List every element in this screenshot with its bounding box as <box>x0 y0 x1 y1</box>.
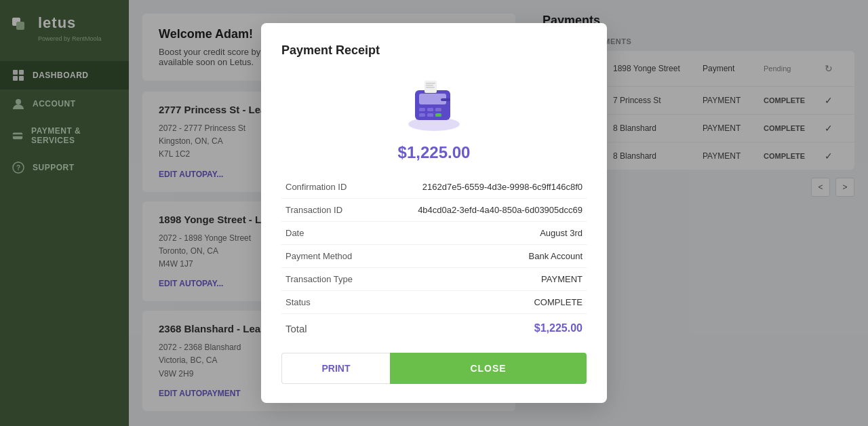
receipt-row-4: Transaction Type PAYMENT <box>281 268 587 291</box>
modal-actions: PRINT CLOSE <box>281 353 587 384</box>
receipt-icon-wrap <box>281 71 587 132</box>
svg-rect-16 <box>426 83 435 84</box>
svg-rect-21 <box>435 108 441 111</box>
modal-title: Payment Receipt <box>281 43 587 58</box>
receipt-row-2: Date August 3rd <box>281 222 587 245</box>
receipt-total-row: Total $1,225.00 <box>281 314 587 341</box>
svg-rect-22 <box>419 113 425 117</box>
receipt-row-1: Transaction ID 4b4cd0a2-3efd-4a40-850a-6… <box>281 199 587 222</box>
receipt-row-5: Status COMPLETE <box>281 291 587 314</box>
svg-rect-17 <box>426 85 433 86</box>
total-value: $1,225.00 <box>374 314 587 341</box>
receipt-row-3: Payment Method Bank Account <box>281 245 587 268</box>
receipt-row-0: Confirmation ID 2162d7e5-6559-4d3e-9998-… <box>281 176 587 199</box>
field-label-5: Status <box>281 291 374 314</box>
svg-rect-20 <box>427 108 433 111</box>
svg-rect-24 <box>435 113 441 117</box>
field-label-1: Transaction ID <box>281 199 374 222</box>
close-button[interactable]: CLOSE <box>390 353 587 384</box>
field-value-2: August 3rd <box>374 222 587 245</box>
receipt-amount: $1,225.00 <box>281 143 587 162</box>
total-label: Total <box>281 314 374 341</box>
svg-rect-18 <box>426 87 435 88</box>
field-label-0: Confirmation ID <box>281 176 374 199</box>
field-value-1: 4b4cd0a2-3efd-4a40-850a-6d03905dcc69 <box>374 199 587 222</box>
field-value-0: 2162d7e5-6559-4d3e-9998-6c9ff146c8f0 <box>374 176 587 199</box>
pos-terminal-icon <box>400 71 468 132</box>
field-value-5: COMPLETE <box>374 291 587 314</box>
modal-overlay: Payment Receipt <box>0 0 868 426</box>
field-label-3: Payment Method <box>281 245 374 268</box>
receipt-table: Confirmation ID 2162d7e5-6559-4d3e-9998-… <box>281 176 587 341</box>
field-value-3: Bank Account <box>374 245 587 268</box>
print-button[interactable]: PRINT <box>281 353 390 384</box>
svg-rect-25 <box>441 98 450 101</box>
svg-rect-19 <box>419 108 425 111</box>
payment-receipt-modal: Payment Receipt <box>261 23 607 403</box>
field-value-4: PAYMENT <box>374 268 587 291</box>
svg-rect-23 <box>427 113 433 117</box>
field-label-4: Transaction Type <box>281 268 374 291</box>
field-label-2: Date <box>281 222 374 245</box>
